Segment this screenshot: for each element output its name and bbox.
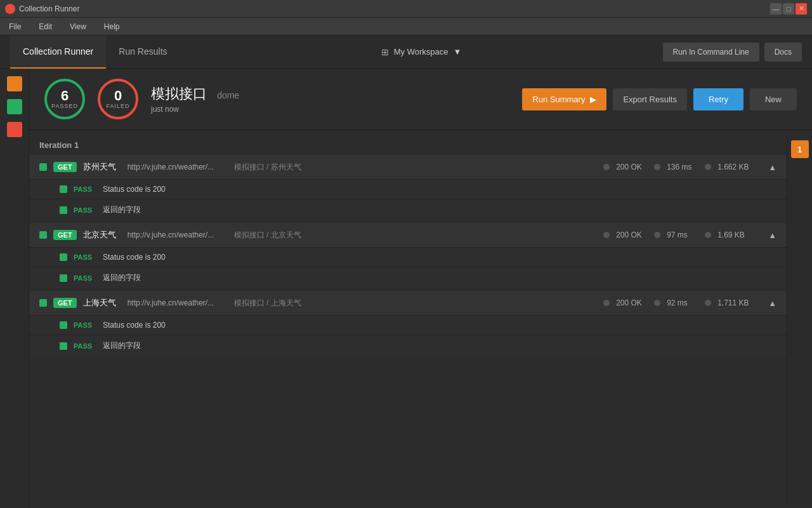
request-time: 97 ms: [667, 231, 698, 239]
request-name: 苏州天气: [83, 161, 121, 173]
menu-edit[interactable]: Edit: [35, 20, 56, 34]
test-name: 返回的字段: [103, 204, 141, 215]
close-button[interactable]: ✕: [796, 3, 807, 15]
menu-view[interactable]: View: [66, 20, 90, 34]
test-indicator: [60, 253, 67, 261]
tab-collection-runner[interactable]: Collection Runner: [10, 36, 106, 69]
run-info-bar: 6 PASSED 0 FAILED 模拟接口 dome just now Run…: [29, 69, 812, 130]
test-row: PASS 返回的字段: [29, 335, 787, 356]
pass-badge: PASS: [74, 206, 96, 214]
request-size: 1.711 KB: [717, 298, 762, 307]
new-button[interactable]: New: [750, 88, 797, 110]
pass-badge: PASS: [74, 253, 96, 261]
test-indicator: [60, 206, 67, 214]
expand-icon: ▲: [768, 163, 776, 172]
app-icon: [5, 4, 15, 14]
run-env: dome: [217, 90, 239, 100]
status-indicator: [39, 299, 47, 307]
window-controls: — □ ✕: [770, 3, 807, 15]
minimize-button[interactable]: —: [770, 3, 782, 15]
chevron-right-icon: ▶: [590, 95, 596, 104]
test-name: 返回的字段: [103, 272, 141, 283]
test-name: Status code is 200: [103, 253, 166, 262]
test-name: 返回的字段: [103, 340, 141, 351]
test-row: PASS Status code is 200: [29, 179, 787, 199]
request-time: 136 ms: [667, 163, 698, 171]
request-group-3: GET 上海天气 http://v.juhe.cn/weather/... 模拟…: [29, 291, 787, 356]
request-status: 200 OK: [616, 163, 648, 171]
test-row: PASS Status code is 200: [29, 315, 787, 335]
request-folder: 模拟接口 / 北京天气: [234, 230, 598, 241]
header: Collection Runner Run Results ⊞ My Works…: [0, 36, 812, 69]
test-indicator: [60, 274, 67, 282]
failed-label: FAILED: [106, 103, 129, 109]
status-indicator: [39, 163, 47, 171]
failed-circle: 0 FAILED: [98, 79, 138, 119]
time-dot: [654, 300, 660, 306]
request-name: 北京天气: [83, 229, 121, 241]
test-indicator: [60, 185, 67, 193]
pass-badge: PASS: [74, 321, 96, 329]
status-indicator: [39, 231, 47, 239]
iteration-number[interactable]: 1: [791, 140, 809, 158]
request-size: 1.662 KB: [717, 163, 762, 171]
header-actions: Run In Command Line Docs: [663, 43, 802, 62]
time-dot: [654, 232, 660, 238]
test-row: PASS 返回的字段: [29, 199, 787, 220]
request-row[interactable]: GET 上海天气 http://v.juhe.cn/weather/... 模拟…: [29, 291, 787, 315]
left-sidebar: [0, 69, 29, 508]
request-status: 200 OK: [616, 298, 648, 307]
retry-button[interactable]: Retry: [693, 88, 743, 110]
run-command-line-button[interactable]: Run In Command Line: [663, 43, 759, 62]
export-results-button[interactable]: Export Results: [613, 88, 687, 110]
test-row: PASS 返回的字段: [29, 267, 787, 288]
test-indicator: [60, 342, 67, 350]
workspace-selector[interactable]: ⊞ My Workspace ▼: [381, 47, 462, 57]
run-actions: Run Summary ▶ Export Results Retry New: [522, 88, 797, 110]
test-indicator: [60, 321, 67, 329]
time-dot: [654, 164, 660, 170]
failed-count: 0: [114, 89, 122, 103]
menu-bar: File Edit View Help: [0, 18, 812, 36]
request-url: http://v.juhe.cn/weather/...: [128, 231, 223, 239]
docs-button[interactable]: Docs: [764, 43, 802, 62]
main-layout: 6 PASSED 0 FAILED 模拟接口 dome just now Run…: [0, 69, 812, 508]
request-folder: 模拟接口 / 上海天气: [234, 298, 598, 309]
results-main: Iteration 1 GET 苏州天气 http://v.juhe.cn/we…: [29, 135, 787, 503]
sidebar-icon-red[interactable]: [7, 122, 22, 137]
sidebar-icon-orange[interactable]: [7, 76, 22, 91]
title-bar: Collection Runner — □ ✕: [0, 0, 812, 18]
pass-badge: PASS: [74, 342, 96, 350]
request-name: 上海天气: [83, 297, 121, 309]
tab-run-results[interactable]: Run Results: [106, 36, 180, 69]
maximize-button[interactable]: □: [783, 3, 794, 15]
sidebar-icon-green[interactable]: [7, 99, 22, 114]
test-name: Status code is 200: [103, 321, 166, 330]
menu-help[interactable]: Help: [100, 20, 124, 34]
size-dot: [705, 232, 711, 238]
method-badge: GET: [53, 298, 77, 308]
run-collection-name: 模拟接口 dome: [151, 84, 239, 104]
request-row[interactable]: GET 苏州天气 http://v.juhe.cn/weather/... 模拟…: [29, 155, 787, 179]
size-dot: [705, 164, 711, 170]
request-time: 92 ms: [667, 298, 698, 307]
method-badge: GET: [53, 162, 77, 172]
request-group-1: GET 苏州天气 http://v.juhe.cn/weather/... 模拟…: [29, 155, 787, 220]
results-area: Iteration 1 GET 苏州天气 http://v.juhe.cn/we…: [29, 130, 812, 508]
test-row: PASS Status code is 200: [29, 247, 787, 267]
workspace-icon: ⊞: [381, 47, 389, 57]
status-dot: [603, 232, 610, 238]
run-summary-button[interactable]: Run Summary ▶: [522, 88, 606, 110]
request-url: http://v.juhe.cn/weather/...: [128, 298, 223, 307]
request-size: 1.69 KB: [717, 231, 762, 239]
method-badge: GET: [53, 230, 77, 240]
request-status: 200 OK: [616, 231, 648, 239]
pass-badge: PASS: [74, 185, 96, 193]
menu-file[interactable]: File: [5, 20, 25, 34]
passed-label: PASSED: [51, 103, 78, 109]
iteration-label: Iteration 1: [29, 135, 787, 155]
request-group-2: GET 北京天气 http://v.juhe.cn/weather/... 模拟…: [29, 223, 787, 288]
size-dot: [705, 300, 711, 306]
pass-badge: PASS: [74, 274, 96, 282]
request-row[interactable]: GET 北京天气 http://v.juhe.cn/weather/... 模拟…: [29, 223, 787, 247]
